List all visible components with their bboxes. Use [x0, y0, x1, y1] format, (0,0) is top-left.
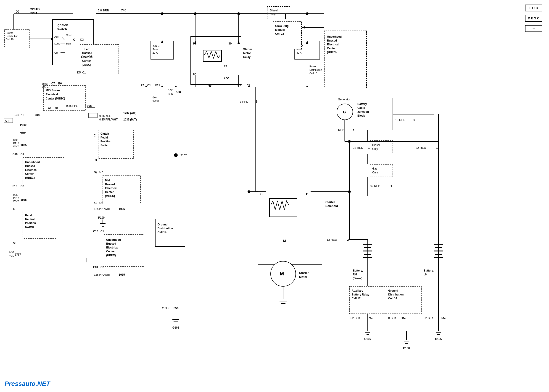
svg-text:Cell 17: Cell 17: [352, 297, 361, 300]
svg-text:(LBEC): (LBEC): [82, 63, 91, 66]
svg-text:A6: A6: [94, 170, 97, 174]
svg-text:P100: P100: [20, 123, 27, 127]
svg-text:Only: Only: [372, 171, 378, 174]
svg-text:Underhood: Underhood: [106, 238, 121, 241]
svg-text:1: 1: [368, 146, 370, 149]
svg-text:Diesel: Diesel: [270, 9, 278, 12]
svg-text:Motor: Motor: [299, 275, 307, 279]
svg-text:Distribution: Distribution: [388, 293, 404, 296]
svg-text:Electrical: Electrical: [105, 187, 117, 190]
svg-text:Ground: Ground: [157, 223, 167, 226]
svg-text:Lock: Lock: [54, 42, 60, 45]
svg-text:806: 806: [36, 113, 40, 117]
svg-text:Switch: Switch: [25, 225, 34, 229]
svg-text:Bussed: Bussed: [106, 242, 116, 245]
svg-text:Fuse: Fuse: [153, 48, 158, 51]
svg-text:0.35: 0.35: [168, 89, 173, 92]
svg-text:32 BLK: 32 BLK: [424, 316, 434, 320]
svg-text:Electrical: Electrical: [25, 168, 37, 172]
svg-text:Position: Position: [25, 222, 36, 225]
svg-text:32 RED: 32 RED: [416, 146, 426, 149]
svg-text:Position: Position: [100, 140, 111, 143]
svg-text:Off: Off: [54, 51, 58, 54]
svg-text:Bussed: Bussed: [25, 165, 35, 168]
svg-text:Distribution: Distribution: [157, 227, 173, 230]
svg-text:D: D: [95, 158, 97, 162]
svg-text:C1: C1: [100, 230, 104, 233]
svg-text:F10: F10: [13, 185, 17, 188]
svg-text:Underhood: Underhood: [327, 35, 342, 38]
svg-text:Center (MBEC): Center (MBEC): [46, 97, 65, 100]
svg-text:used): used): [153, 99, 159, 102]
svg-text:Switch: Switch: [100, 144, 109, 147]
svg-text:Distribution: Distribution: [309, 69, 322, 71]
svg-text:D5: D5: [77, 71, 81, 74]
svg-text:Center: Center: [106, 250, 115, 253]
svg-text:Start: Start: [66, 34, 71, 36]
svg-text:D5: D5: [15, 10, 19, 13]
svg-text:M: M: [283, 239, 286, 243]
legend-box: L O C D E S C →: [525, 5, 542, 32]
svg-text:150: 150: [401, 316, 406, 320]
svg-text:Acc: Acc: [54, 35, 59, 38]
svg-text:B: B: [306, 192, 308, 196]
svg-text:C1: C1: [55, 106, 58, 110]
svg-text:PPL/: PPL/: [13, 197, 19, 199]
svg-text:30: 30: [228, 42, 232, 45]
svg-text:1: 1: [353, 128, 354, 132]
svg-text:C: C: [94, 134, 96, 137]
svg-text:0.35 PPL/WHT: 0.35 PPL/WHT: [99, 118, 118, 121]
svg-text:550: 550: [174, 307, 178, 310]
svg-text:C7: C7: [99, 170, 103, 174]
svg-text:Battery Relay: Battery Relay: [352, 293, 369, 296]
svg-text:0.35: 0.35: [13, 139, 18, 141]
svg-text:C2: C2: [100, 266, 104, 269]
svg-text:750: 750: [368, 316, 373, 320]
svg-text:(Diesel): (Diesel): [353, 277, 362, 280]
svg-text:Power: Power: [309, 65, 317, 68]
svg-text:86: 86: [193, 73, 196, 76]
svg-text:A6: A6: [94, 202, 97, 205]
svg-text:Cell 10: Cell 10: [6, 38, 14, 41]
svg-text:19 RED: 19 RED: [395, 118, 406, 122]
svg-text:Mid: Mid: [105, 179, 110, 182]
svg-text:Center: Center: [327, 47, 336, 50]
svg-text:40 A: 40 A: [296, 51, 302, 54]
legend-loc: L O C: [525, 5, 542, 11]
svg-text:D11: D11: [237, 84, 242, 87]
svg-text:3 PPL: 3 PPL: [240, 100, 248, 103]
svg-point-325: [306, 12, 308, 15]
watermark: Pressauto.NET: [5, 380, 50, 387]
svg-text:Pedal: Pedal: [100, 136, 108, 139]
svg-text:0.35 PPL/WHT: 0.35 PPL/WHT: [94, 208, 111, 210]
svg-rect-170: [203, 50, 221, 62]
svg-text:Cell 22: Cell 22: [275, 32, 284, 35]
svg-text:Relay: Relay: [243, 56, 250, 59]
svg-text:Left: Left: [85, 48, 90, 51]
svg-text:Battery,: Battery,: [424, 269, 434, 272]
svg-text:(Not: (Not: [153, 96, 157, 98]
svg-text:YEL: YEL: [9, 254, 14, 257]
svg-text:1035: 1035: [119, 273, 125, 276]
svg-text:WHT: WHT: [13, 200, 19, 203]
svg-text:Center: Center: [82, 59, 91, 63]
svg-point-324: [237, 12, 240, 15]
svg-text:806: 806: [87, 104, 92, 107]
svg-text:32 RED: 32 RED: [370, 184, 380, 188]
svg-text:Module: Module: [275, 28, 285, 31]
svg-text:87: 87: [224, 65, 227, 68]
svg-text:1035: 1035: [21, 198, 27, 202]
svg-text:Bussed: Bussed: [327, 39, 337, 42]
svg-text:0.35 PPL: 0.35 PPL: [14, 113, 25, 117]
svg-text:B: B: [46, 84, 48, 87]
svg-text:Cell 14: Cell 14: [157, 231, 166, 234]
svg-text:740: 740: [121, 8, 127, 12]
svg-text:S102: S102: [180, 154, 187, 157]
svg-text:F11: F11: [155, 84, 160, 87]
svg-text:CRANK: CRANK: [82, 52, 90, 54]
svg-text:(MBEC): (MBEC): [105, 194, 115, 198]
svg-text:2: 2: [347, 238, 349, 241]
svg-text:C201: C201: [30, 11, 37, 15]
svg-text:8 RED: 8 RED: [336, 128, 344, 132]
svg-text:IGN C: IGN C: [153, 44, 160, 47]
